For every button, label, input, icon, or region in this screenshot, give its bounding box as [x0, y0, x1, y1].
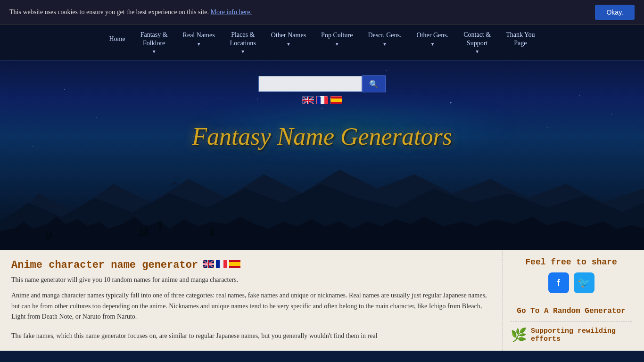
- nav-link-contact[interactable]: Contact &Support ▼: [456, 25, 498, 60]
- twitter-icon: 🐦: [578, 277, 590, 289]
- page-description: This name generator will give you 10 ran…: [11, 275, 491, 285]
- svg-rect-10: [321, 97, 324, 104]
- facebook-share-button[interactable]: f: [548, 272, 569, 293]
- hero-title: Fantasy Name Generators: [192, 123, 452, 150]
- svg-rect-11: [324, 97, 328, 104]
- flag-french[interactable]: [316, 96, 328, 104]
- spanish-flag-svg: [331, 97, 342, 104]
- nav-item-contact: Contact &Support ▼: [456, 25, 498, 60]
- nav-link-real-names[interactable]: Real Names ▼: [175, 25, 223, 53]
- cookie-banner: This website uses cookies to ensure you …: [0, 0, 644, 25]
- svg-rect-13: [331, 99, 342, 102]
- page-body-1: Anime and manga character names typicall…: [11, 290, 491, 322]
- chevron-down-icon: ▼: [335, 41, 339, 47]
- nav-item-other-gens: Other Gens. ▼: [409, 25, 456, 60]
- svg-rect-38: [229, 260, 240, 262]
- chevron-down-icon: ▼: [382, 41, 387, 47]
- svg-rect-34: [203, 263, 214, 264]
- page-body-2: The fake names, which this name generato…: [11, 331, 491, 341]
- nav-item-real-names: Real Names ▼: [175, 25, 223, 60]
- main-content: Anime character name generator: [0, 250, 644, 351]
- search-button[interactable]: 🔍: [362, 75, 386, 92]
- chevron-down-icon: ▼: [475, 49, 479, 55]
- svg-rect-12: [331, 97, 342, 99]
- svg-marker-25: [170, 181, 179, 186]
- nav-item-thank-you: Thank YouPage: [498, 25, 542, 60]
- hero-section: 🔍: [0, 61, 644, 250]
- nav-item-fantasy: Fantasy &Folklore ▼: [133, 25, 175, 60]
- nav-link-other-names[interactable]: Other Names ▼: [264, 25, 314, 53]
- svg-rect-14: [331, 102, 342, 104]
- nav-link-fantasy[interactable]: Fantasy &Folklore ▼: [133, 25, 175, 60]
- divider-2: [511, 321, 632, 321]
- nav-link-home[interactable]: Home: [101, 25, 132, 53]
- chevron-down-icon: ▼: [430, 41, 435, 47]
- rewilding-section: 🌿 Supporting rewilding efforts: [511, 327, 632, 343]
- twitter-share-button[interactable]: 🐦: [574, 272, 594, 293]
- title-flags: [203, 259, 240, 271]
- svg-rect-24: [159, 227, 161, 231]
- random-generator-link[interactable]: Go To A Random Generator: [511, 307, 632, 315]
- mountains-silhouette: [0, 156, 644, 250]
- chevron-down-icon: ▼: [197, 41, 201, 47]
- english-flag-svg: [303, 97, 314, 104]
- facebook-icon: f: [557, 278, 560, 288]
- content-right: Feel free to share f 🐦 Go To A Random Ge…: [503, 250, 639, 351]
- svg-rect-8: [303, 100, 314, 101]
- svg-rect-9: [317, 97, 321, 104]
- rewilding-text: Supporting rewilding efforts: [531, 327, 632, 343]
- nav-link-other-gens[interactable]: Other Gens. ▼: [409, 25, 456, 53]
- page-title-container: Anime character name generator: [11, 259, 491, 271]
- divider-1: [511, 301, 632, 301]
- title-flag-es[interactable]: [229, 259, 240, 271]
- search-input[interactable]: [258, 76, 362, 92]
- nav-item-other-names: Other Names ▼: [264, 25, 314, 60]
- chevron-down-icon: ▼: [152, 49, 157, 55]
- chevron-down-icon: ▼: [286, 41, 291, 47]
- svg-point-23: [158, 221, 162, 227]
- svg-rect-35: [216, 260, 220, 268]
- main-nav: Home Fantasy &Folklore ▼ Real Names ▼: [0, 25, 644, 61]
- nav-link-pop-culture[interactable]: Pop Culture ▼: [314, 25, 360, 53]
- nav-item-home: Home: [101, 25, 132, 60]
- cookie-more-info-link[interactable]: More info here.: [211, 8, 252, 16]
- svg-rect-39: [229, 262, 240, 266]
- french-flag-svg: [317, 97, 328, 104]
- content-left: Anime character name generator: [0, 250, 503, 351]
- flag-english[interactable]: [302, 96, 314, 104]
- svg-rect-37: [223, 260, 227, 268]
- svg-rect-40: [229, 266, 240, 268]
- rewilding-icon: 🌿: [511, 327, 527, 343]
- cookie-message: This website uses cookies to ensure you …: [9, 8, 252, 16]
- nav-link-descr-gens[interactable]: Descr. Gens. ▼: [360, 25, 409, 53]
- svg-rect-36: [220, 260, 223, 268]
- nav-link-places[interactable]: Places &Locations ▼: [223, 25, 264, 60]
- title-flag-en[interactable]: [203, 259, 214, 271]
- title-flag-fr[interactable]: [216, 259, 227, 271]
- cookie-ok-button[interactable]: Okay.: [595, 5, 635, 20]
- search-icon: 🔍: [369, 80, 379, 89]
- share-icons: f 🐦: [511, 272, 632, 293]
- nav-item-descr-gens: Descr. Gens. ▼: [360, 25, 409, 60]
- share-title: Feel free to share: [511, 257, 632, 267]
- nav-item-pop-culture: Pop Culture ▼: [314, 25, 360, 60]
- nav-item-places: Places &Locations ▼: [223, 25, 264, 60]
- chevron-down-icon: ▼: [240, 49, 245, 55]
- language-flags: [302, 96, 342, 104]
- page-title: Anime character name generator: [11, 259, 198, 271]
- search-container: 🔍: [258, 75, 386, 92]
- flag-spanish[interactable]: [330, 96, 342, 104]
- nav-link-thank-you[interactable]: Thank YouPage: [498, 25, 542, 53]
